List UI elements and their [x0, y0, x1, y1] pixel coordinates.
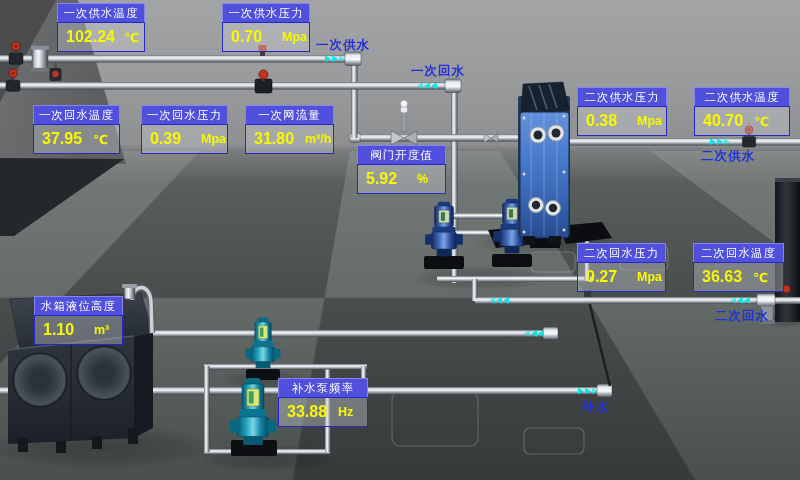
meter-value: 31.80m³/h: [245, 124, 334, 154]
control-valve: [391, 100, 417, 145]
makeup-pump-1: [246, 317, 281, 380]
meter-value: 40.70℃: [694, 106, 790, 136]
meter-secondary-supply-temp[interactable]: 二次供水温度 40.70℃: [694, 87, 790, 136]
drain-valve: [50, 62, 62, 81]
meter-value: 33.88Hz: [278, 397, 368, 427]
pipe-tank-outlet: [148, 327, 558, 340]
meter-label: 一次供水压力: [222, 3, 310, 22]
meter-primary-supply-temp[interactable]: 一次供水温度 102.24℃: [57, 3, 145, 52]
meter-label: 一次回水温度: [33, 105, 120, 124]
meter-value: 0.38Mpa: [577, 106, 667, 136]
meter-value: 36.63℃: [693, 262, 784, 292]
pipe-primary-supply-to-hx: [350, 133, 540, 143]
meter-tank-level[interactable]: 水箱液位高度 1.10m³: [34, 296, 123, 345]
separator: [31, 46, 49, 72]
meter-label: 二次回水温度: [693, 243, 784, 262]
meter-secondary-return-temp[interactable]: 二次回水温度 36.63℃: [693, 243, 784, 292]
meter-secondary-supply-pressure[interactable]: 二次供水压力 0.38Mpa: [577, 87, 667, 136]
meter-primary-flow[interactable]: 一次网流量 31.80m³/h: [245, 105, 334, 154]
primary-return-valve: [6, 69, 20, 91]
meter-label: 一次回水压力: [141, 105, 228, 124]
meter-value: 37.95℃: [33, 124, 120, 154]
primary-supply-valve: [9, 42, 23, 64]
meter-label: 二次回水压力: [577, 243, 666, 262]
meter-valve-opening[interactable]: 阀门开度值 5.92%: [357, 145, 446, 194]
primary-return-valve-2: [255, 70, 272, 93]
pipe-secondary-return: [475, 297, 800, 304]
meter-primary-return-pressure[interactable]: 一次回水压力 0.39Mpa: [141, 105, 228, 154]
meter-label: 水箱液位高度: [34, 296, 123, 315]
pipe-primary-return-drop: [452, 87, 458, 283]
pipe-label-secondary-return: 二次回水: [715, 308, 769, 325]
meter-value: 0.39Mpa: [141, 124, 228, 154]
scene-graphic: [0, 0, 800, 480]
pipe-label-primary-supply: 一次供水: [316, 37, 370, 54]
meter-label: 二次供水温度: [694, 87, 790, 106]
meter-label: 补水泵频率: [278, 378, 368, 397]
meter-value: 1.10m³: [34, 315, 123, 345]
meter-primary-return-temp[interactable]: 一次回水温度 37.95℃: [33, 105, 120, 154]
pipe-primary-return: [0, 69, 461, 93]
meter-value: 102.24℃: [57, 22, 145, 52]
meter-label: 一次供水温度: [57, 3, 145, 22]
pipe-label-secondary-supply: 二次供水: [701, 148, 755, 165]
meter-value: 0.70Mpa: [222, 22, 310, 52]
heat-exchanger: [518, 82, 570, 245]
hmi-screen: 一次供水温度 102.24℃ 一次供水压力 0.70Mpa 一次回水温度 37.…: [0, 0, 800, 480]
pipe-label-makeup: 补水: [582, 399, 609, 416]
pipe-label-primary-return: 一次回水: [411, 63, 465, 80]
meter-primary-supply-pressure[interactable]: 一次供水压力 0.70Mpa: [222, 3, 310, 52]
meter-value: 0.27Mpa: [577, 262, 666, 292]
meter-label: 一次网流量: [245, 105, 334, 124]
meter-secondary-return-pressure[interactable]: 二次回水压力 0.27Mpa: [577, 243, 666, 292]
meter-value: 5.92%: [357, 164, 446, 194]
meter-pump-frequency[interactable]: 补水泵频率 33.88Hz: [278, 378, 368, 427]
meter-label: 二次供水压力: [577, 87, 667, 106]
meter-label: 阀门开度值: [357, 145, 446, 164]
